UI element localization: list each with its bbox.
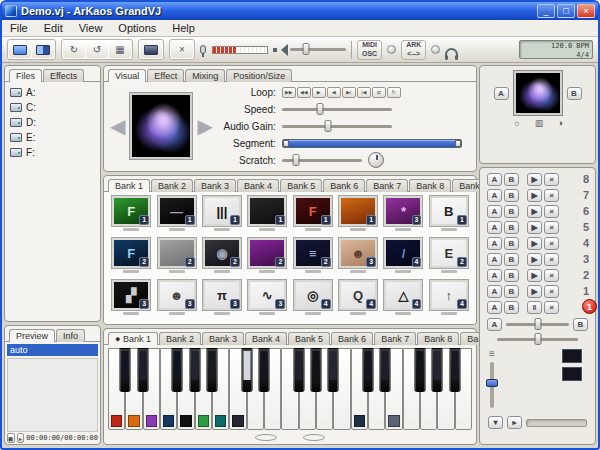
brightness-icon[interactable]: ☼ [512,119,520,128]
layer-1-b-button[interactable]: B [504,285,519,298]
black-key-8[interactable] [293,348,304,392]
tab-bank-7[interactable]: Bank 7 [366,179,408,192]
layer-1-play-button[interactable]: ▶ [527,285,542,298]
transport-btn-5[interactable]: |◀ [357,87,371,98]
tab-bank-3[interactable]: Bank 3 [194,179,236,192]
layer-5-a-button[interactable]: A [487,221,502,234]
layer-4-b-button[interactable]: B [504,237,519,250]
layer-4-play-button[interactable]: ▶ [527,237,542,250]
grid-cell-22[interactable]: Q4 [337,280,379,320]
layer-2-stop-button[interactable]: × [544,269,559,282]
layer-6-stop-button[interactable]: × [544,205,559,218]
tab-bank-5[interactable]: Bank 5 [280,179,322,192]
black-key-6[interactable] [241,348,252,392]
crossfader[interactable] [506,323,569,326]
master-slider-knob[interactable] [534,333,541,345]
kb-tab-bank-1[interactable]: ● Bank 1 [108,332,158,345]
channel-a-button[interactable]: A [494,87,509,100]
tab-bank-2[interactable]: Bank 2 [151,179,193,192]
menu-help[interactable]: Help [164,21,203,35]
crossfade-a-button[interactable]: A [487,318,502,331]
fullscreen-button[interactable] [140,41,162,58]
vertical-fader-knob[interactable] [486,379,498,387]
kb-tab-bank-7[interactable]: Bank 7 [374,332,416,345]
scratch-knob[interactable] [293,154,300,166]
layer-6-b-button[interactable]: B [504,205,519,218]
layer-7-play-button[interactable]: ▶ [527,189,542,202]
black-key-7[interactable] [259,348,270,392]
prev-visual-arrow[interactable]: ◀ [110,116,125,136]
speed-knob[interactable] [317,103,324,115]
transport-btn-1[interactable]: ◀◀ [297,87,311,98]
clear-output-button[interactable]: × [171,41,193,58]
layer-8-play-button[interactable]: ▶ [527,173,542,186]
black-key-12[interactable] [380,348,391,392]
auto-row[interactable]: auto [7,344,98,356]
gain-knob[interactable] [324,120,331,132]
grid-cell-4[interactable]: 1 [246,196,288,236]
grid-view-button[interactable]: ▦ [109,41,131,58]
tab-preview[interactable]: Preview [9,329,55,342]
headphones-icon[interactable] [445,48,458,57]
layer-6-a-button[interactable]: A [487,205,502,218]
grid-cell-13[interactable]: ≡2 [292,238,334,278]
grid-cell-2[interactable]: —1 [155,196,197,236]
gain-slider[interactable] [282,125,392,128]
grid-cell-12[interactable]: 2 [246,238,288,278]
layer-1-a-button[interactable]: A [487,285,502,298]
preview-stop-button[interactable]: ◼ [7,433,15,443]
preview-play-button[interactable]: ▸ [17,433,25,443]
tab-bank-6[interactable]: Bank 6 [323,179,365,192]
layer-7-stop-button[interactable]: × [544,189,559,202]
tab-bank-8[interactable]: Bank 8 [409,179,451,192]
grid-cell-7[interactable]: *3 [382,196,424,236]
layer-3-b-button[interactable]: B [504,253,519,266]
kb-tab-bank-4[interactable]: Bank 4 [245,332,287,345]
kb-tab-bank-5[interactable]: Bank 5 [288,332,330,345]
vertical-fader[interactable] [490,362,494,408]
preview-a-mini[interactable] [562,349,582,363]
grid-cell-15[interactable]: /4 [382,238,424,278]
grid-cell-23[interactable]: △4 [382,280,424,320]
maximize-button[interactable]: □ [557,4,575,18]
master-slider[interactable] [497,338,578,341]
layer-3-a-button[interactable]: A [487,253,502,266]
black-key-15[interactable] [449,348,460,392]
black-key-9[interactable] [311,348,322,392]
scratch-slider[interactable] [282,159,362,162]
drive-item-c[interactable]: C: [7,100,98,115]
kb-tab-bank-8[interactable]: Bank 8 [417,332,459,345]
grid-cell-11[interactable]: ◉2 [201,238,243,278]
next-visual-arrow[interactable]: ▶ [197,116,212,136]
grid-cell-3[interactable]: |||1 [201,196,243,236]
grid-cell-21[interactable]: ◎4 [292,280,334,320]
kb-tab-bank-2[interactable]: Bank 2 [159,332,201,345]
transport-btn-0[interactable]: ▶▶ [282,87,296,98]
menu-file[interactable]: File [2,21,36,35]
visual-preview[interactable] [130,93,192,159]
grid-cell-19[interactable]: π3 [201,280,243,320]
layer-3-play-button[interactable]: ▶ [527,253,542,266]
minimize-button[interactable]: _ [537,4,555,18]
tab-info[interactable]: Info [56,329,85,342]
tab-position-size[interactable]: Position/Size [226,69,292,82]
single-view-button[interactable] [9,41,31,58]
grid-cell-5[interactable]: F1 [292,196,334,236]
black-key-1[interactable] [120,348,131,392]
black-key-4[interactable] [189,348,200,392]
grid-cell-10[interactable]: 2 [155,238,197,278]
midi-osc-button[interactable]: MIDI OSC [357,40,382,60]
dual-view-button[interactable] [32,41,54,58]
menu-edit[interactable]: Edit [36,21,71,35]
drive-item-f[interactable]: F: [7,145,98,160]
grid-cell-17[interactable]: ▞3 [110,280,152,320]
black-key-13[interactable] [415,348,426,392]
layer-5-stop-button[interactable]: × [544,221,559,234]
master-b-button[interactable]: B [504,301,519,314]
layer-2-a-button[interactable]: A [487,269,502,282]
grid-cell-8[interactable]: B1 [428,196,470,236]
volume-slider[interactable] [290,48,346,51]
layer-3-stop-button[interactable]: × [544,253,559,266]
master-stop-button[interactable]: × [544,301,559,314]
drive-item-e[interactable]: E: [7,130,98,145]
